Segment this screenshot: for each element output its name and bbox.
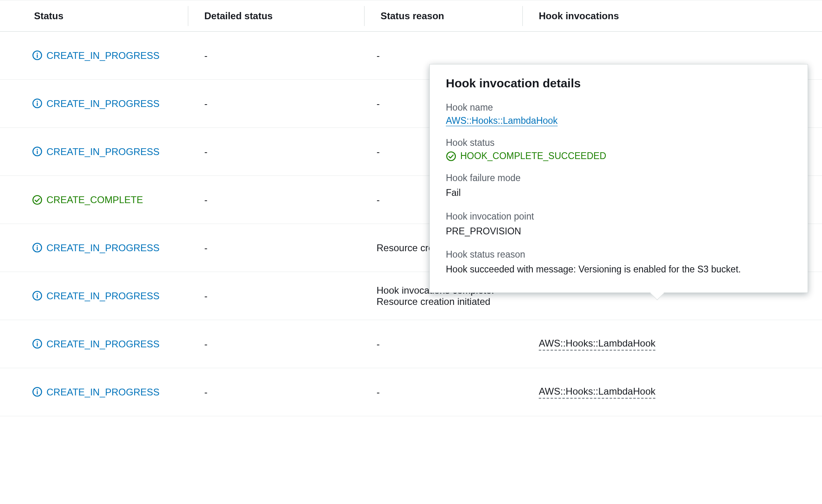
detailed-status-text: - [204, 242, 208, 254]
status-text: CREATE_IN_PROGRESS [46, 385, 159, 399]
cell-detailed-status: - [188, 98, 365, 109]
popover-invocation-point-section: Hook invocation point PRE_PROVISION [446, 211, 792, 238]
svg-point-15 [37, 293, 38, 294]
table-header-row: Status Detailed status Status reason Hoo… [0, 0, 822, 32]
status-text: CREATE_IN_PROGRESS [46, 337, 159, 351]
cell-hook-invocations: AWS::Hooks::LambdaHook [523, 386, 810, 399]
svg-point-2 [37, 52, 38, 54]
status-text: CREATE_IN_PROGRESS [46, 289, 159, 303]
svg-point-18 [37, 341, 38, 342]
hook-status-text: HOOK_COMPLETE_SUCCEEDED [460, 151, 606, 161]
status-reason-text: - [377, 146, 380, 157]
check-circle-icon [446, 151, 456, 161]
info-circle-icon [32, 290, 42, 301]
cell-status: CREATE_IN_PROGRESS [12, 97, 188, 111]
column-header-status[interactable]: Status [12, 6, 188, 26]
detailed-status-text: - [204, 194, 208, 206]
cell-status: CREATE_IN_PROGRESS [12, 241, 188, 255]
hook-invocation-link[interactable]: AWS::Hooks::LambdaHook [539, 338, 655, 351]
info-circle-icon [32, 339, 42, 349]
cell-status-reason: - [365, 339, 523, 350]
cell-status: CREATE_IN_PROGRESS [12, 145, 188, 159]
hook-name-label: Hook name [446, 102, 792, 113]
cell-detailed-status: - [188, 194, 365, 206]
status-indicator: CREATE_COMPLETE [32, 193, 143, 207]
cell-status-reason: - [365, 50, 523, 61]
info-circle-icon [32, 98, 42, 109]
cell-detailed-status: - [188, 387, 365, 398]
status-indicator: CREATE_IN_PROGRESS [32, 337, 159, 351]
detailed-status-text: - [204, 146, 208, 157]
cell-status: CREATE_IN_PROGRESS [12, 337, 188, 351]
detailed-status-text: - [204, 98, 208, 109]
status-indicator: CREATE_IN_PROGRESS [32, 145, 159, 159]
hook-invocation-point-value: PRE_PROVISION [446, 224, 792, 238]
status-indicator: CREATE_IN_PROGRESS [32, 385, 159, 399]
status-text: CREATE_IN_PROGRESS [46, 48, 159, 63]
popover-title: Hook invocation details [446, 77, 792, 90]
svg-point-12 [37, 245, 38, 246]
svg-point-5 [37, 101, 38, 102]
status-indicator: CREATE_IN_PROGRESS [32, 48, 159, 63]
status-text: CREATE_IN_PROGRESS [46, 241, 159, 255]
hook-failure-mode-label: Hook failure mode [446, 173, 792, 183]
table-row: CREATE_IN_PROGRESS--AWS::Hooks::LambdaHo… [0, 320, 822, 368]
status-reason-text: - [377, 98, 380, 109]
status-reason-text: - [377, 50, 380, 61]
svg-point-22 [447, 152, 455, 161]
column-header-status-reason[interactable]: Status reason [365, 6, 523, 26]
hook-failure-mode-value: Fail [446, 186, 792, 200]
table-row: CREATE_IN_PROGRESS--AWS::Hooks::LambdaHo… [0, 368, 822, 416]
popover-failure-mode-section: Hook failure mode Fail [446, 173, 792, 200]
svg-point-21 [37, 389, 38, 390]
popover-hook-name-section: Hook name AWS::Hooks::LambdaHook [446, 102, 792, 126]
hook-status-label: Hook status [446, 137, 792, 148]
svg-point-9 [33, 196, 42, 204]
info-circle-icon [32, 50, 42, 60]
hook-invocation-point-label: Hook invocation point [446, 211, 792, 222]
detailed-status-text: - [204, 387, 208, 398]
status-indicator: CREATE_IN_PROGRESS [32, 241, 159, 255]
status-text: CREATE_IN_PROGRESS [46, 145, 159, 159]
cell-detailed-status: - [188, 146, 365, 157]
cell-hook-invocations: AWS::Hooks::LambdaHook [523, 338, 810, 351]
status-reason-text: - [377, 194, 380, 206]
info-circle-icon [32, 387, 42, 397]
hook-name-link[interactable]: AWS::Hooks::LambdaHook [446, 115, 558, 126]
hook-status-reason-value: Hook succeeded with message: Versioning … [446, 262, 792, 276]
hook-status-value: HOOK_COMPLETE_SUCCEEDED [446, 151, 792, 161]
status-reason-text: - [377, 339, 380, 350]
status-text: CREATE_COMPLETE [46, 193, 143, 207]
column-header-detailed-status[interactable]: Detailed status [188, 6, 365, 26]
cell-detailed-status: - [188, 50, 365, 61]
cell-detailed-status: - [188, 242, 365, 254]
hook-invocation-link[interactable]: AWS::Hooks::LambdaHook [539, 386, 655, 399]
cell-status: CREATE_IN_PROGRESS [12, 48, 188, 63]
cell-detailed-status: - [188, 339, 365, 350]
popover-status-reason-section: Hook status reason Hook succeeded with m… [446, 249, 792, 276]
info-circle-icon [32, 242, 42, 253]
hook-invocation-details-popover: Hook invocation details Hook name AWS::H… [429, 64, 808, 293]
cell-status: CREATE_COMPLETE [12, 193, 188, 207]
status-indicator: CREATE_IN_PROGRESS [32, 97, 159, 111]
cell-status: CREATE_IN_PROGRESS [12, 289, 188, 303]
detailed-status-text: - [204, 50, 208, 61]
hook-status-reason-label: Hook status reason [446, 249, 792, 260]
check-circle-icon [32, 195, 42, 205]
cell-status: CREATE_IN_PROGRESS [12, 385, 188, 399]
cell-detailed-status: - [188, 290, 365, 302]
popover-hook-status-section: Hook status HOOK_COMPLETE_SUCCEEDED [446, 137, 792, 161]
svg-point-8 [37, 149, 38, 150]
status-reason-text: - [377, 387, 380, 398]
info-circle-icon [32, 146, 42, 157]
detailed-status-text: - [204, 339, 208, 350]
status-indicator: CREATE_IN_PROGRESS [32, 289, 159, 303]
detailed-status-text: - [204, 290, 208, 302]
column-header-hook-invocations[interactable]: Hook invocations [523, 6, 810, 26]
cell-status-reason: - [365, 387, 523, 398]
status-text: CREATE_IN_PROGRESS [46, 97, 159, 111]
